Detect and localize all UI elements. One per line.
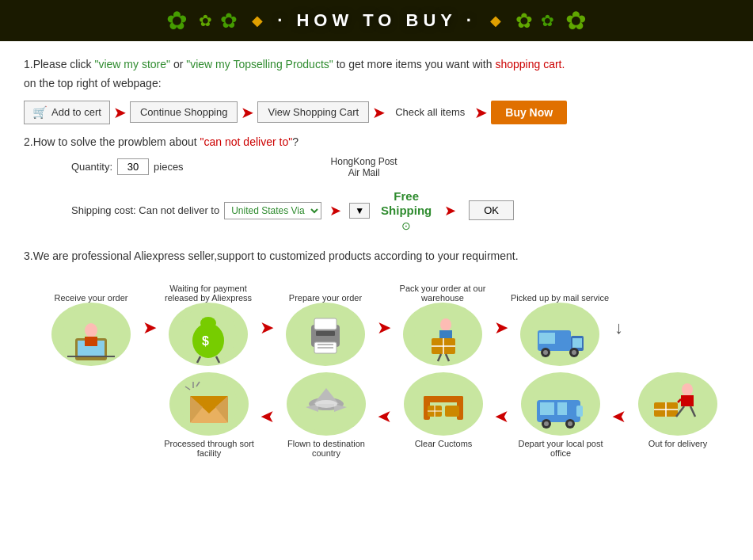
svg-point-37: [682, 383, 693, 396]
arrow-r1: ➤: [143, 318, 157, 338]
svg-rect-14: [314, 318, 337, 330]
hongkong-post-box: HongKong PostAir Mail: [331, 156, 397, 178]
arrow-r4: ➤: [494, 318, 508, 338]
svg-rect-59: [445, 406, 459, 417]
label-pack: Pack your order at our warehouse: [391, 277, 494, 303]
svg-point-8: [200, 317, 216, 330]
section1-text2: on the top right of webpage:: [24, 74, 729, 92]
shipping-select[interactable]: United States Via: [224, 202, 321, 219]
svg-rect-48: [557, 402, 567, 415]
svg-point-50: [544, 421, 549, 426]
arrow-l1: ➤: [612, 406, 626, 427]
section-3: 3.We are professional Aliexpress seller,…: [24, 248, 729, 461]
flower-deco-left1: ✿: [166, 6, 188, 36]
process-item-pickup: Picked up by mail service: [508, 277, 611, 366]
quantity-row: Quantity: pieces HongKong PostAir Mail: [71, 156, 729, 178]
svg-point-20: [440, 318, 451, 331]
bottom-label-customs: Clear Cuctoms: [415, 439, 473, 461]
label-pickup: Picked up by mail service: [511, 277, 609, 303]
arrow-4: ➤: [474, 103, 488, 122]
img-sort: [169, 372, 249, 436]
process-item-depart: Depart your local post office: [509, 372, 612, 461]
process-item-fly: Flown to destination country: [275, 372, 378, 461]
main-content: 1.Please click "view my store" or "view …: [0, 41, 753, 477]
arrow-r3: ➤: [377, 318, 391, 338]
view-store-link[interactable]: "view my store": [94, 58, 170, 70]
flower-deco-right2: ✿: [541, 11, 554, 30]
img-prepare: [286, 303, 365, 366]
buy-now-button[interactable]: Buy Now: [491, 101, 567, 124]
flower-deco-right1: ✿: [515, 9, 533, 33]
svg-point-35: [572, 350, 576, 355]
bottom-label-sort: Processed through sort facility: [158, 439, 261, 461]
pack-icon: [411, 303, 474, 366]
svg-rect-38: [681, 395, 694, 406]
img-depart: [521, 372, 600, 436]
ok-button[interactable]: OK: [469, 200, 514, 220]
header-banner: ✿ ✿ ✿ ◆ · HOW TO BUY · ◆ ✿ ✿ ✿: [0, 0, 753, 41]
img-fly: [287, 372, 366, 436]
receive-icon: [59, 303, 123, 366]
customs-icon: [412, 372, 475, 436]
process-row-1: Receive your order ➤: [40, 277, 729, 366]
down-connector: ↓: [611, 318, 623, 338]
flower-deco-left2: ✿: [199, 11, 212, 30]
fly-icon: [295, 372, 358, 436]
free-shipping-text: FreeShipping: [381, 189, 432, 218]
dropdown-arrow-button[interactable]: ▼: [349, 203, 370, 219]
shipping-cost-row: Shipping cost: Can not deliver to United…: [71, 189, 729, 232]
arrow-l4: ➤: [261, 406, 275, 427]
page-title: · HOW TO BUY ·: [277, 10, 476, 31]
svg-rect-18: [318, 347, 333, 349]
shipping-label: Shipping cost: Can not deliver to: [71, 204, 219, 216]
delivery-icon: [646, 372, 709, 436]
bottom-label-depart: Depart your local post office: [509, 439, 612, 461]
flower-deco-left3: ✿: [220, 9, 238, 33]
label-payment: Waiting for payment released by Aliexpre…: [157, 277, 260, 303]
pickup-icon: [528, 303, 591, 366]
arrow-3: ➤: [372, 103, 386, 122]
process-item-pack: Pack your order at our warehouse: [391, 277, 494, 366]
svg-rect-30: [539, 333, 555, 344]
arrow-2: ➤: [241, 103, 254, 122]
shipping-arrow2: ➤: [444, 202, 456, 219]
svg-rect-31: [572, 338, 582, 348]
add-to-cart-button[interactable]: 🛒 Add to cert: [24, 101, 110, 124]
quantity-input[interactable]: [117, 158, 149, 175]
img-delivery: [638, 372, 717, 436]
section-2: 2.How to solve the prowblem about "can n…: [24, 135, 729, 237]
svg-rect-4: [85, 337, 97, 346]
shopping-cart-link[interactable]: shopping cart.: [495, 58, 565, 70]
arrow-l3: ➤: [378, 406, 392, 427]
depart-icon: [529, 372, 592, 436]
continue-shopping-button[interactable]: Continue Shopping: [130, 101, 238, 123]
img-pickup: [520, 303, 599, 366]
img-pack: [403, 303, 482, 366]
process-item-customs: Clear Cuctoms: [392, 372, 495, 461]
prepare-icon: [294, 303, 357, 366]
process-item-payment: Waiting for payment released by Aliexpre…: [157, 277, 260, 366]
payment-icon: $: [177, 303, 240, 366]
svg-rect-17: [318, 344, 333, 345]
process-item-receive: Receive your order: [40, 277, 143, 366]
process-item-prepare: Prepare your order: [274, 277, 377, 366]
label-receive: Receive your order: [55, 277, 128, 303]
svg-rect-53: [576, 406, 583, 417]
svg-point-67: [315, 400, 337, 408]
img-customs: [404, 372, 483, 436]
qty-label: Quantity:: [71, 161, 112, 173]
view-topselling-link[interactable]: "view my Topselling Products": [186, 58, 333, 70]
free-shipping-section: FreeShipping ⊙ ➤ OK: [381, 189, 514, 232]
hongkong-post-label: HongKong PostAir Mail: [331, 156, 397, 178]
shipping-area: Quantity: pieces HongKong PostAir Mail S…: [24, 156, 729, 237]
can-not-deliver-highlight: "can not deliver to": [200, 135, 293, 148]
svg-point-52: [568, 421, 572, 426]
check-items-label: Check all items: [395, 106, 465, 118]
process-diagram: Receive your order ➤: [24, 277, 729, 461]
svg-point-33: [543, 350, 548, 355]
process-row-2: Out for delivery ➤: [40, 372, 729, 461]
section-1: 1.Please click "view my store" or "view …: [24, 55, 729, 124]
view-shopping-cart-button[interactable]: View Shopping Cart: [257, 101, 369, 123]
shipping-arrow: ➤: [329, 202, 341, 219]
bottom-label-fly: Flown to destination country: [275, 439, 378, 461]
